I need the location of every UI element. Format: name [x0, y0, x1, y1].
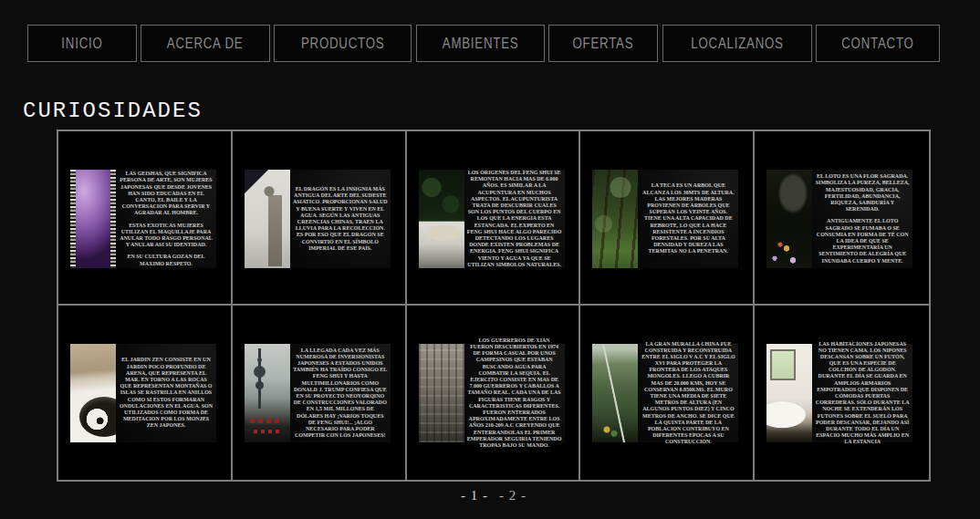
nav-contacto[interactable]: CONTACTO [816, 25, 940, 62]
card-content: LOS GUERREROS DE XIAN FUERON DESCUBIERTO… [419, 344, 565, 444]
shanghai-tower-image [245, 344, 290, 442]
card-content: LAS GEISHAS, QUE SIGNIFICA PERSONA DE AR… [70, 170, 216, 270]
nav-inicio[interactable]: INICIO [27, 25, 137, 62]
card-paragraph: LA LLEGADA CADA VEZ MÁS NUMEROSA DE INVE… [293, 348, 388, 440]
card-content: LA TECA ES UN ARBOL QUE ALCANZA LOS 30MT… [592, 170, 738, 270]
teak-forest-image [592, 170, 638, 268]
card-paragraph: LA TECA ES UN ARBOL QUE ALCANZA LOS 30MT… [641, 182, 735, 254]
curiosity-card[interactable]: LAS HABITACIONES JAPONESAS NO TIENEN CAM… [755, 306, 929, 480]
nav-button-label: AMBIENTES [442, 35, 518, 53]
card-text: EL DRAGÓN ES LA INSIGNIA MÁS ANTIGUA DEL… [290, 170, 391, 268]
card-content: LOS ORIGENES DEL FENG SHUI SE REMONTAN H… [419, 170, 565, 270]
curiosity-card[interactable]: EL LOTO ES UNA FLOR SAGRADA. SIMBOLIZA L… [755, 131, 929, 306]
page-title: CURIOSIDADES [23, 99, 203, 123]
nav-localizanos[interactable]: LOCALIZANOS [662, 25, 812, 62]
pagination: - 1 -- 2 - [57, 487, 931, 503]
card-paragraph: LAS GEISHAS, QUE SIGNIFICA PERSONA DE AR… [119, 171, 214, 216]
card-paragraph: EN SU CULTURA GOZAN DEL MAXIMO RESPETO. [119, 254, 214, 266]
card-paragraph: LA GRAN MURALLA CHINA FUE CONSTRUIDA Y R… [641, 341, 735, 446]
card-text: LAS HABITACIONES JAPONESAS NO TIENEN CAM… [812, 344, 912, 442]
card-paragraph: EL LOTO ES UNA FLOR SAGRADA. SIMBOLIZA L… [815, 173, 910, 213]
card-content: LA GRAN MURALLA CHINA FUE CONSTRUIDA Y R… [592, 344, 738, 444]
nav-button-label: OFERTAS [573, 35, 634, 53]
card-text: LA TECA ES UN ARBOL QUE ALCANZA LOS 30MT… [638, 170, 738, 268]
card-paragraph: EL JARDIN ZEN CONSISTE EN UN JARDIN POCO… [119, 357, 214, 429]
curiosity-card[interactable]: EL JARDIN ZEN CONSISTE EN UN JARDIN POCO… [58, 306, 233, 480]
curiosity-card[interactable]: LA LLEGADA CADA VEZ MÁS NUMEROSA DE INVE… [233, 306, 407, 480]
nav-productos[interactable]: PRODUCTOS [274, 25, 412, 62]
nav-button-label: CONTACTO [841, 35, 913, 53]
nav-button-label: ACERCA DE [167, 35, 244, 53]
card-content: EL JARDIN ZEN CONSISTE EN UN JARDIN POCO… [70, 344, 216, 444]
curiosity-card[interactable]: LOS ORIGENES DEL FENG SHUI SE REMONTAN H… [407, 131, 581, 306]
top-navigation: INICIO ACERCA DE PRODUCTOS AMBIENTES OFE… [27, 25, 940, 62]
card-paragraph: LOS GUERREROS DE XIAN FUERON DESCUBIERTO… [467, 337, 562, 449]
card-text: LOS GUERREROS DE XIAN FUERON DESCUBIERTO… [464, 344, 565, 442]
page: { "nav": { "items": [ {"label": "INICIO"… [0, 0, 980, 519]
curiosity-card[interactable]: LA TECA ES UN ARBOL QUE ALCANZA LOS 30MT… [580, 131, 755, 306]
card-text: LAS GEISHAS, QUE SIGNIFICA PERSONA DE AR… [116, 170, 216, 268]
card-paragraph: EL DRAGÓN ES LA INSIGNIA MÁS ANTIGUA DEL… [293, 186, 388, 252]
nav-ofertas[interactable]: OFERTAS [548, 25, 658, 62]
nav-button-label: PRODUCTOS [301, 35, 385, 53]
feng-shui-garden-image [419, 170, 464, 268]
card-text: EL JARDIN ZEN CONSISTE EN UN JARDIN POCO… [116, 344, 216, 442]
card-text: LOS ORIGENES DEL FENG SHUI SE REMONTAN H… [464, 170, 565, 268]
curiosity-card[interactable]: LA GRAN MURALLA CHINA FUE CONSTRUIDA Y R… [580, 306, 755, 480]
curiosity-card[interactable]: EL DRAGÓN ES LA INSIGNIA MÁS ANTIGUA DEL… [233, 131, 407, 306]
card-paragraph: LOS ORIGENES DEL FENG SHUI SE REMONTAN H… [467, 170, 562, 268]
curiosity-card[interactable]: LOS GUERREROS DE XIAN FUERON DESCUBIERTO… [407, 306, 581, 480]
card-paragraph: LAS HABITACIONES JAPONESAS NO TIENEN CAM… [815, 341, 910, 446]
pagination-page-2[interactable]: - 2 - [499, 488, 526, 503]
japanese-bedroom-image [766, 344, 812, 442]
card-content: EL LOTO ES UNA FLOR SAGRADA. SIMBOLIZA L… [766, 170, 912, 270]
curiosity-card[interactable]: LAS GEISHAS, QUE SIGNIFICA PERSONA DE AR… [58, 131, 233, 306]
dragon-statue-image [245, 170, 290, 268]
curiosities-grid: LAS GEISHAS, QUE SIGNIFICA PERSONA DE AR… [57, 130, 931, 482]
card-text: LA LLEGADA CADA VEZ MÁS NUMEROSA DE INVE… [290, 344, 391, 442]
card-content: LAS HABITACIONES JAPONESAS NO TIENEN CAM… [766, 344, 912, 444]
nav-button-label: INICIO [61, 35, 102, 53]
card-text: LA GRAN MURALLA CHINA FUE CONSTRUIDA Y R… [638, 344, 738, 442]
nav-acerca-de[interactable]: ACERCA DE [141, 25, 269, 62]
nav-ambientes[interactable]: AMBIENTES [416, 25, 545, 62]
card-content: EL DRAGÓN ES LA INSIGNIA MÁS ANTIGUA DEL… [245, 170, 391, 270]
pagination-page-1[interactable]: - 1 - [461, 488, 488, 503]
lotus-garden-image [766, 170, 812, 268]
geisha-image [70, 170, 116, 268]
xian-warriors-image [419, 344, 464, 442]
card-paragraph: ESTAS EXOTICAS MUJERES UTILIZAN EL MAQUI… [119, 223, 214, 249]
card-text: EL LOTO ES UNA FLOR SAGRADA. SIMBOLIZA L… [812, 170, 912, 268]
card-content: LA LLEGADA CADA VEZ MÁS NUMEROSA DE INVE… [245, 344, 391, 444]
great-wall-image [592, 344, 638, 442]
nav-button-label: LOCALIZANOS [691, 35, 783, 53]
card-paragraph: ANTIGUAMENTE EL LOTO SAGRADO SE FUMABA O… [815, 218, 910, 264]
zen-garden-image [70, 344, 116, 442]
